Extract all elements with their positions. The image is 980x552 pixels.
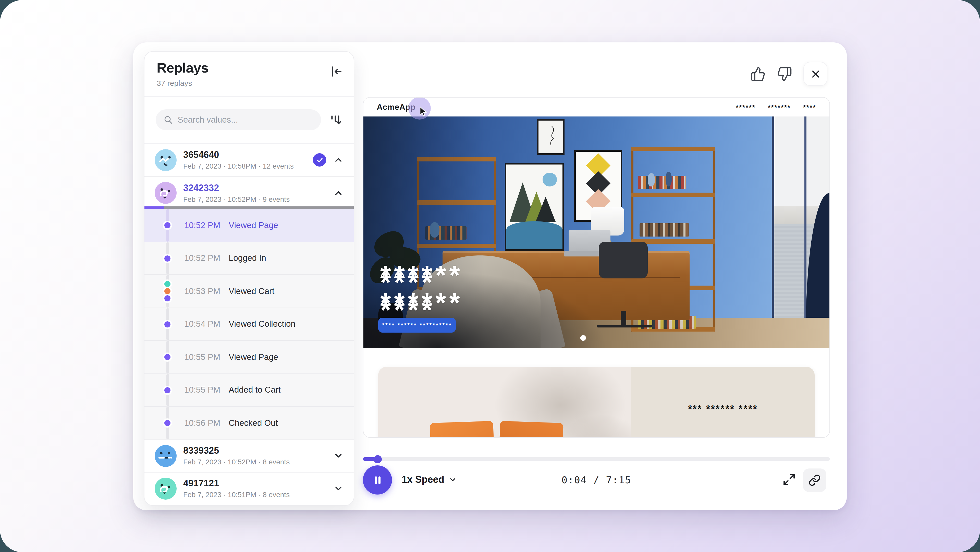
session-avatar: [155, 149, 177, 171]
replayed-site-topbar: AcmeApp ****** ******* ****: [363, 97, 829, 116]
event-time: 10:56 PM: [184, 418, 220, 428]
carousel-dot: [580, 335, 586, 340]
thumbs-down-icon: [777, 66, 792, 81]
thumbs-up-icon: [750, 66, 765, 81]
event-name: Logged In: [229, 254, 266, 263]
expand-icon: [783, 473, 796, 487]
close-icon: [810, 69, 821, 79]
session-avatar: [155, 477, 177, 499]
player-controls: 1x Speed 0:04 / 7:15: [363, 466, 830, 495]
session-controls: [333, 451, 344, 461]
event-time: 10:55 PM: [184, 385, 220, 395]
session-meta: Feb 7, 2023 · 10:52PM · 9 events: [183, 195, 290, 203]
event-name: Viewed Cart: [229, 286, 274, 296]
event-dot: [164, 420, 170, 426]
session-meta: Feb 7, 2023 · 10:58PM · 12 events: [183, 162, 294, 170]
event-name: Viewed Collection: [229, 319, 296, 329]
feedback-controls: [750, 62, 827, 86]
event-dot-orange: [164, 288, 170, 294]
session-id: 3654640: [183, 150, 294, 160]
search-input[interactable]: Search values...: [156, 109, 321, 130]
event-name: Checked Out: [229, 418, 278, 428]
chevron-up-icon[interactable]: [333, 188, 344, 198]
chevron-down-icon[interactable]: [333, 451, 344, 461]
collapse-left-icon: [329, 65, 342, 78]
check-icon: [316, 156, 323, 164]
replay-modal: Replays 37 replays: [133, 42, 847, 511]
event-row[interactable]: 10:52 PM Logged In: [145, 241, 354, 274]
search-placeholder: Search values...: [178, 115, 238, 124]
event-dot: [164, 255, 170, 261]
masked-nav-item: ******: [736, 103, 756, 111]
event-row[interactable]: 10:53 PM Viewed Cart: [145, 274, 354, 307]
event-name: Added to Cart: [229, 385, 281, 395]
session-id: 3242332: [183, 183, 290, 193]
playback-progress-handle[interactable]: [374, 455, 382, 463]
session-id: 8339325: [183, 445, 290, 456]
replayed-site-hero: ****** ****** **** **** **** ****** ****…: [363, 116, 829, 348]
event-dot: [164, 222, 170, 228]
session-avatar: [155, 445, 177, 467]
sort-descending-icon: [329, 113, 342, 126]
replay-viewport: AcmeApp ****** ******* ****: [363, 97, 830, 438]
hero-cta-button: **** ****** **********: [378, 318, 456, 333]
close-button[interactable]: [803, 62, 827, 86]
masked-button-label: **** ****** **********: [382, 322, 452, 329]
session-controls: [313, 153, 344, 166]
event-dot-teal: [164, 281, 170, 287]
event-dot: [164, 354, 170, 360]
session-playback-progress: [145, 206, 354, 209]
session-row-3242332[interactable]: 3242332 Feb 7, 2023 · 10:52PM · 9 events: [145, 176, 354, 209]
event-time: 10:54 PM: [184, 319, 220, 329]
sidebar-header: Replays 37 replays: [145, 52, 354, 96]
masked-product-text: *** ****** ****: [632, 404, 815, 415]
event-row[interactable]: 10:56 PM Checked Out: [145, 406, 354, 439]
event-name: Viewed Page: [229, 220, 278, 230]
stage: Replays 37 replays: [0, 0, 980, 552]
collapse-sidebar-button[interactable]: [329, 65, 342, 78]
chevron-up-icon[interactable]: [333, 155, 344, 165]
event-time: 10:52 PM: [184, 220, 220, 230]
sofa-cushion: [497, 421, 563, 438]
fullscreen-button[interactable]: [783, 473, 796, 487]
session-controls: [333, 188, 344, 198]
product-info-panel: *** ****** ****: [632, 367, 815, 438]
session-row-3654640[interactable]: 3654640 Feb 7, 2023 · 10:58PM · 12 event…: [145, 144, 354, 176]
search-row: Search values...: [145, 97, 354, 143]
replayed-site-product-card: *** ****** ****: [378, 367, 815, 438]
event-row[interactable]: 10:55 PM Added to Cart: [145, 373, 354, 406]
playback-time: 0:04 / 7:15: [363, 474, 830, 485]
sofa-cushion: [430, 421, 496, 438]
link-icon: [808, 474, 821, 487]
thumbs-up-button[interactable]: [750, 66, 765, 81]
event-row[interactable]: 10:52 PM Viewed Page: [145, 209, 354, 241]
event-row[interactable]: 10:55 PM Viewed Page: [145, 340, 354, 373]
copy-link-button[interactable]: [803, 469, 826, 492]
event-dot-purple: [164, 295, 170, 302]
playback-progress-bar[interactable]: [363, 457, 830, 461]
session-text: 3242332 Feb 7, 2023 · 10:52PM · 9 events: [183, 183, 290, 203]
session-controls: [333, 483, 344, 493]
replays-sidebar: Replays 37 replays: [144, 51, 354, 506]
event-time: 10:52 PM: [184, 254, 220, 263]
session-row-4917121[interactable]: 4917121 Feb 7, 2023 · 10:51PM · 8 events: [145, 472, 354, 504]
session-avatar: [155, 182, 177, 204]
replay-cursor-icon: [417, 106, 429, 118]
watched-check-badge: [313, 153, 326, 166]
event-row[interactable]: 10:54 PM Viewed Collection: [145, 307, 354, 340]
session-row-8339325[interactable]: 8339325 Feb 7, 2023 · 10:52PM · 8 events: [145, 439, 354, 472]
session-text: 8339325 Feb 7, 2023 · 10:52PM · 8 events: [183, 445, 290, 466]
sort-button[interactable]: [329, 113, 342, 126]
chevron-down-icon[interactable]: [333, 483, 344, 493]
session-text: 3654640 Feb 7, 2023 · 10:58PM · 12 event…: [183, 150, 294, 170]
masked-nav-item: *******: [768, 103, 791, 111]
page-title: Replays: [157, 60, 342, 76]
site-nav-masked: ****** ******* ****: [736, 103, 816, 111]
session-playback-progress-fill: [145, 206, 164, 209]
event-dot: [164, 321, 170, 327]
event-time: 10:55 PM: [184, 352, 220, 362]
search-icon: [163, 115, 173, 124]
event-dot: [164, 387, 170, 393]
replay-count: 37 replays: [157, 79, 342, 87]
thumbs-down-button[interactable]: [777, 66, 792, 81]
